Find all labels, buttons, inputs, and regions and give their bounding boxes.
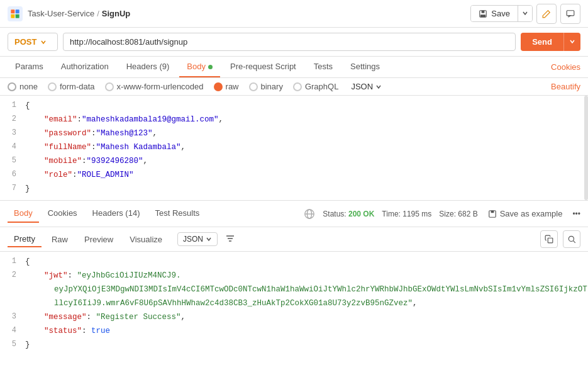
url-bar: POST Send — [0, 28, 588, 57]
search-icon — [567, 235, 576, 244]
breadcrumb-separator: / — [97, 9, 99, 18]
binary-radio[interactable] — [249, 82, 258, 91]
option-graphql[interactable]: GraphQL — [293, 82, 338, 91]
res-line-4: 4 "status": true — [0, 325, 588, 339]
res-line-2: 2 "jwt": "eyJhbGciOiJIUzM4NCJ9. — [0, 269, 588, 283]
req-line-6: 6 "role":"ROLE_ADMIN" — [0, 169, 588, 183]
res-format-raw[interactable]: Raw — [45, 232, 74, 247]
req-line-5: 5 "mobile":"9392496280", — [0, 155, 588, 169]
status-label: Status: 200 OK — [323, 210, 374, 218]
res-line-1: 1 { — [0, 256, 588, 269]
svg-point-17 — [569, 236, 574, 241]
res-line-5: 5 } — [0, 339, 588, 352]
send-chevron-button[interactable] — [563, 33, 580, 51]
cookies-link[interactable]: Cookies — [551, 62, 580, 72]
tab-headers[interactable]: Headers (9) — [119, 57, 177, 77]
tabs-right: Cookies — [551, 62, 580, 72]
search-button[interactable] — [563, 230, 580, 248]
form-data-radio[interactable] — [48, 82, 57, 91]
filter-icon — [225, 233, 235, 244]
res-format-chevron-icon — [206, 236, 212, 242]
url-input[interactable] — [63, 33, 516, 51]
option-binary[interactable]: binary — [249, 82, 283, 91]
send-button[interactable]: Send — [521, 33, 563, 51]
edit-icon-button[interactable] — [536, 4, 557, 24]
response-toolbar-right — [540, 230, 580, 248]
time-label: Time: 1195 ms — [382, 210, 431, 218]
time-value: 1195 ms — [402, 210, 431, 218]
svg-line-18 — [573, 240, 575, 243]
urlencoded-radio[interactable] — [105, 82, 114, 91]
res-tab-test-results[interactable]: Test Results — [148, 205, 206, 223]
save-chevron-button[interactable] — [518, 6, 532, 21]
response-status-area: Status: 200 OK Time: 1195 ms Size: 682 B… — [304, 208, 580, 220]
option-none[interactable]: none — [8, 82, 38, 91]
comment-icon-button[interactable] — [560, 4, 580, 24]
tab-body[interactable]: Body — [179, 57, 220, 77]
none-radio[interactable] — [8, 82, 16, 91]
tab-tests[interactable]: Tests — [306, 57, 340, 77]
tab-settings[interactable]: Settings — [343, 57, 387, 77]
req-line-7: 7 } — [0, 183, 588, 196]
option-urlencoded[interactable]: x-www-form-urlencoded — [105, 82, 204, 91]
res-tab-body[interactable]: Body — [8, 205, 39, 223]
service-name[interactable]: Task-User-Service — [28, 9, 94, 18]
method-dropdown[interactable]: POST — [8, 33, 58, 51]
save-button[interactable]: Save — [471, 6, 518, 21]
save-example-label: Save as example — [500, 209, 563, 218]
svg-rect-12 — [491, 210, 494, 213]
save-label: Save — [491, 9, 510, 18]
svg-rect-5 — [482, 10, 485, 13]
editor-scrollbar[interactable] — [584, 96, 588, 200]
chevron-down-icon — [522, 10, 528, 16]
res-line-2b: eyJpYXQiOjE3MDgwNDI3MDIsImV4cCI6MTcwODc0… — [0, 283, 588, 297]
request-code-editor[interactable]: 1 { 2 "email":"maheshkadambala19@gmail.c… — [0, 96, 588, 201]
form-data-label: form-data — [60, 82, 95, 91]
json-chevron-icon — [375, 84, 382, 90]
more-options-button[interactable]: ••• — [572, 210, 580, 218]
comment-icon — [566, 9, 575, 18]
req-line-4: 4 "fullName":"Mahesh Kadambala", — [0, 141, 588, 155]
res-tab-headers[interactable]: Headers (14) — [86, 205, 147, 223]
header-right: Save — [470, 4, 580, 24]
option-form-data[interactable]: form-data — [48, 82, 95, 91]
app-header: Task-User-Service / SignUp Save — [0, 0, 588, 28]
none-label: none — [19, 82, 38, 91]
response-code-body[interactable]: 1 { 2 "jwt": "eyJhbGciOiJIUzM4NCJ9. eyJp… — [0, 252, 588, 356]
beautify-button[interactable]: Beautify — [551, 82, 580, 91]
size-label: Size: 682 B — [439, 210, 477, 218]
res-format-visualize[interactable]: Visualize — [123, 232, 169, 247]
tab-authorization[interactable]: Authorization — [53, 57, 116, 77]
res-format-preview[interactable]: Preview — [78, 232, 119, 247]
svg-rect-0 — [11, 9, 14, 13]
graphql-radio[interactable] — [293, 82, 302, 91]
method-value: POST — [14, 37, 36, 47]
option-raw[interactable]: raw — [214, 82, 239, 91]
body-options: none form-data x-www-form-urlencoded raw… — [0, 78, 588, 96]
endpoint-name: SignUp — [102, 9, 131, 18]
svg-rect-16 — [548, 238, 553, 243]
save-button-group: Save — [470, 5, 533, 22]
raw-label: raw — [226, 82, 239, 91]
method-chevron-icon — [40, 39, 47, 45]
res-json-dropdown[interactable]: JSON — [177, 232, 218, 246]
svg-rect-7 — [567, 10, 574, 15]
tab-params[interactable]: Params — [8, 57, 51, 77]
res-tab-cookies[interactable]: Cookies — [42, 205, 84, 223]
res-format-pretty[interactable]: Pretty — [8, 232, 42, 247]
raw-radio[interactable] — [214, 82, 223, 91]
svg-rect-3 — [16, 14, 19, 18]
svg-rect-2 — [11, 14, 14, 18]
response-header: Body Cookies Headers (14) Test Results S… — [0, 201, 588, 227]
copy-button[interactable] — [540, 230, 558, 248]
save-example-icon — [488, 210, 497, 218]
size-value: 682 B — [458, 210, 477, 218]
json-selector[interactable]: JSON — [351, 82, 382, 91]
save-icon — [479, 9, 487, 18]
edit-icon — [542, 9, 551, 18]
req-line-3: 3 "password":"Mahesh@123", — [0, 127, 588, 141]
tab-pre-request[interactable]: Pre-request Script — [223, 57, 304, 77]
save-example-button[interactable]: Save as example — [488, 209, 563, 218]
req-line-1: 1 { — [0, 99, 588, 113]
filter-icon-button[interactable] — [221, 231, 239, 248]
